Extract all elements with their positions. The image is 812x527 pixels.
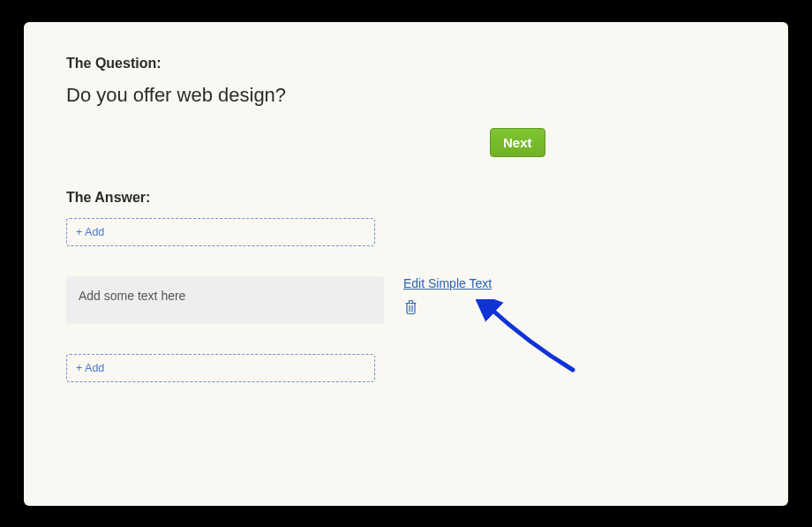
next-button[interactable]: Next [490, 128, 545, 157]
answer-section-label: The Answer: [66, 190, 746, 206]
edit-simple-text-link[interactable]: Edit Simple Text [403, 276, 492, 290]
text-block-row: Add some text here Edit Simple Text [66, 276, 746, 324]
editor-card: The Question: Do you offer web design? N… [24, 22, 788, 506]
block-actions: Edit Simple Text [403, 276, 492, 315]
trash-icon[interactable] [404, 299, 417, 315]
add-block-button-top[interactable]: + Add [66, 218, 375, 246]
answer-section: The Answer: + Add Add some text here Edi… [66, 190, 746, 382]
add-block-button-bottom[interactable]: + Add [66, 354, 375, 382]
text-block-input[interactable]: Add some text here [66, 276, 384, 324]
add-label: + Add [76, 226, 104, 238]
add-label: + Add [76, 362, 104, 374]
question-section-label: The Question: [66, 56, 746, 72]
question-text: Do you offer web design? [66, 84, 746, 107]
